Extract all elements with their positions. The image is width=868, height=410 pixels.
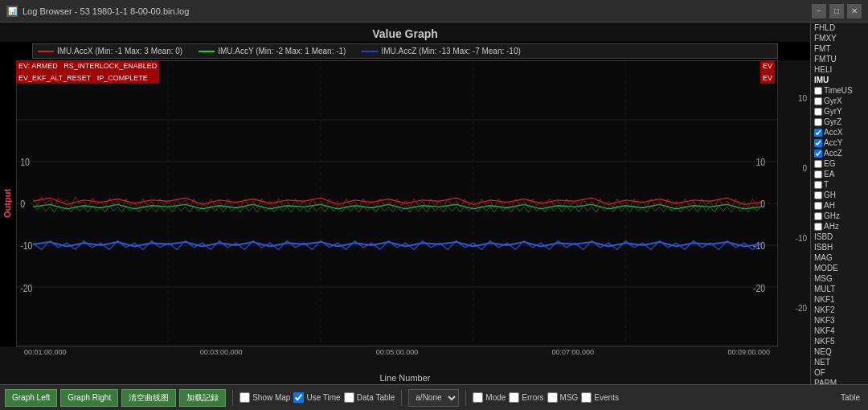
sidebar-check-eg[interactable]: EG bbox=[811, 158, 868, 169]
data-table-group[interactable]: Data Table bbox=[344, 392, 395, 403]
checkbox-ahz[interactable] bbox=[814, 223, 822, 231]
checkbox-ah[interactable] bbox=[814, 202, 822, 210]
sidebar-check-gyrz[interactable]: GyrZ bbox=[811, 117, 868, 127]
svg-text:-10: -10 bbox=[753, 240, 765, 252]
legend-line-accz bbox=[362, 51, 378, 52]
use-time-label: Use Time bbox=[306, 393, 340, 402]
title-bar-left: 📊 Log Browser - 53 1980-1-1 8-00-00.bin.… bbox=[6, 6, 189, 17]
msg-label: MSG bbox=[560, 393, 579, 402]
svg-text:-20: -20 bbox=[20, 281, 32, 294]
errors-group[interactable]: Errors bbox=[509, 392, 543, 403]
chart-container: Output 10 0 -10 -20 bbox=[0, 60, 810, 346]
sidebar-item-mode[interactable]: MODE bbox=[811, 263, 868, 273]
svg-text:10: 10 bbox=[755, 156, 765, 169]
show-map-checkbox[interactable] bbox=[240, 392, 250, 403]
sidebar-item-heli[interactable]: HELI bbox=[811, 64, 868, 75]
show-map-label: Show Map bbox=[252, 393, 290, 402]
sidebar-check-gh[interactable]: GH bbox=[811, 190, 868, 200]
svg-text:0: 0 bbox=[20, 198, 25, 211]
errors-label: Errors bbox=[522, 393, 543, 402]
checkbox-gyry[interactable] bbox=[814, 108, 822, 116]
msg-checkbox[interactable] bbox=[547, 392, 558, 403]
checkbox-accz[interactable] bbox=[814, 150, 822, 158]
events-checkbox[interactable] bbox=[581, 392, 592, 403]
checkbox-gyrz[interactable] bbox=[814, 118, 822, 126]
sidebar-check-ah[interactable]: AH bbox=[811, 200, 868, 211]
sidebar-check-gyry[interactable]: GyrY bbox=[811, 106, 868, 117]
minimize-button[interactable]: − bbox=[812, 4, 826, 18]
legend-accy: IMU.AccY (Min: -2 Max: 1 Mean: -1) bbox=[199, 47, 346, 55]
load-log-button[interactable]: 加载記録 bbox=[179, 389, 226, 407]
checkbox-gh[interactable] bbox=[814, 191, 822, 199]
y-right-0: 0 bbox=[781, 164, 807, 173]
event-labels-left: EV: ARMED RS_INTERLOCK_ENABLED EV_EKF_AL… bbox=[16, 60, 159, 84]
sidebar-item-nkf3[interactable]: NKF3 bbox=[811, 315, 868, 326]
sidebar: FHLD FMXY FMT FMTU HELI IMU TimeUS GyrX … bbox=[810, 23, 868, 384]
sidebar-item-fmtu[interactable]: FMTU bbox=[811, 54, 868, 64]
close-button[interactable]: ✕ bbox=[847, 4, 862, 18]
checkbox-timeus[interactable] bbox=[814, 87, 822, 95]
checkbox-ghz[interactable] bbox=[814, 212, 822, 220]
mode-checkbox[interactable] bbox=[473, 392, 483, 403]
sidebar-check-ghz[interactable]: GHz bbox=[811, 211, 868, 221]
sidebar-item-nkf4[interactable]: NKF4 bbox=[811, 326, 868, 336]
chart-svg-area[interactable]: 10 0 -10 -20 10 0 -10 -20 bbox=[16, 60, 778, 346]
maximize-button[interactable]: □ bbox=[829, 4, 844, 18]
main-content: Value Graph IMU.AccX (Min: -1 Max: 3 Mea… bbox=[0, 23, 868, 384]
sidebar-item-parm[interactable]: PARM bbox=[811, 378, 868, 384]
legend-area: IMU.AccX (Min: -1 Max: 3 Mean: 0) IMU.Ac… bbox=[32, 43, 778, 59]
svg-text:10: 10 bbox=[20, 156, 30, 169]
use-time-group[interactable]: Use Time bbox=[293, 392, 340, 403]
sidebar-item-nkf5[interactable]: NKF5 bbox=[811, 336, 868, 346]
y-right-neg10: -10 bbox=[781, 234, 807, 243]
checkbox-t[interactable] bbox=[814, 181, 822, 189]
checkbox-eg[interactable] bbox=[814, 160, 822, 168]
checkbox-accy[interactable] bbox=[814, 139, 822, 147]
title-bar: 📊 Log Browser - 53 1980-1-1 8-00-00.bin.… bbox=[0, 0, 868, 23]
x-label-1: 00:01:00.000 bbox=[24, 348, 67, 356]
window-title: Log Browser - 53 1980-1-1 8-00-00.bin.lo… bbox=[23, 6, 189, 16]
legend-label-accx: IMU.AccX (Min: -1 Max: 3 Mean: 0) bbox=[57, 47, 182, 55]
sidebar-item-nkf2[interactable]: NKF2 bbox=[811, 305, 868, 315]
checkbox-accx[interactable] bbox=[814, 129, 822, 137]
checkbox-ea[interactable] bbox=[814, 170, 822, 178]
use-time-checkbox[interactable] bbox=[293, 392, 304, 403]
sidebar-item-isbh[interactable]: ISBH bbox=[811, 242, 868, 252]
sidebar-item-imu[interactable]: IMU bbox=[811, 75, 868, 85]
sidebar-item-mult[interactable]: MULT bbox=[811, 284, 868, 294]
sidebar-item-neq[interactable]: NEQ bbox=[811, 346, 868, 357]
sidebar-item-nkf1[interactable]: NKF1 bbox=[811, 294, 868, 305]
graph-title: Value Graph bbox=[0, 23, 810, 42]
checkbox-gyrx[interactable] bbox=[814, 97, 822, 105]
sidebar-item-net[interactable]: NET bbox=[811, 357, 868, 367]
sidebar-check-ea[interactable]: EA bbox=[811, 169, 868, 179]
clear-graph-button[interactable]: 清空曲线图 bbox=[121, 389, 176, 407]
sidebar-check-t[interactable]: T bbox=[811, 179, 868, 190]
sidebar-check-accy[interactable]: AccY bbox=[811, 137, 868, 148]
graph-right-button[interactable]: Graph Right bbox=[60, 389, 118, 407]
sidebar-item-of[interactable]: OF bbox=[811, 367, 868, 378]
errors-checkbox[interactable] bbox=[509, 392, 519, 403]
events-label: Events bbox=[594, 393, 619, 402]
show-map-group[interactable]: Show Map bbox=[240, 392, 290, 403]
sidebar-item-mag[interactable]: MAG bbox=[811, 252, 868, 263]
sidebar-item-msg[interactable]: MSG bbox=[811, 273, 868, 284]
msg-group[interactable]: MSG bbox=[547, 392, 579, 403]
sidebar-check-accx[interactable]: AccX bbox=[811, 127, 868, 137]
separator-2 bbox=[401, 390, 402, 406]
legend-label-accz: IMU.AccZ (Min: -13 Max: -7 Mean: -10) bbox=[381, 47, 520, 55]
graph-left-button[interactable]: Graph Left bbox=[5, 389, 57, 407]
mode-group[interactable]: Mode bbox=[473, 392, 506, 403]
sidebar-check-timeus[interactable]: TimeUS bbox=[811, 85, 868, 96]
events-group[interactable]: Events bbox=[581, 392, 619, 403]
sidebar-item-isbd[interactable]: ISBD bbox=[811, 232, 868, 242]
data-table-checkbox[interactable] bbox=[344, 392, 354, 403]
event-label-2: EV_EKF_ALT_RESET IP_COMPLETE bbox=[16, 72, 159, 84]
sidebar-item-fmt[interactable]: FMT bbox=[811, 43, 868, 54]
sidebar-item-fhld[interactable]: FHLD bbox=[811, 23, 868, 33]
sidebar-check-ahz[interactable]: AHz bbox=[811, 221, 868, 232]
sidebar-check-accz[interactable]: AccZ bbox=[811, 148, 868, 158]
anone-dropdown[interactable]: a/None a/Roll a/Pitch a/Yaw bbox=[408, 389, 459, 407]
sidebar-item-fmxy[interactable]: FMXY bbox=[811, 33, 868, 43]
sidebar-check-gyrx[interactable]: GyrX bbox=[811, 96, 868, 106]
